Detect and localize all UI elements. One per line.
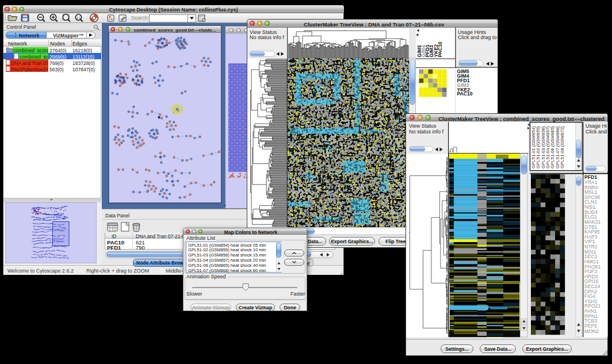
svg-text:PAC10: PAC10 [457, 91, 473, 97]
svg-text:MON2: MON2 [584, 328, 599, 334]
svg-text:1:1: 1:1 [76, 16, 81, 20]
svg-text:PAC10: PAC10 [437, 41, 443, 57]
svg-text:Search:: Search: [131, 15, 149, 21]
svg-text:GPL51-08 (GSM872): GPL51-08 (GSM872) [560, 126, 565, 168]
